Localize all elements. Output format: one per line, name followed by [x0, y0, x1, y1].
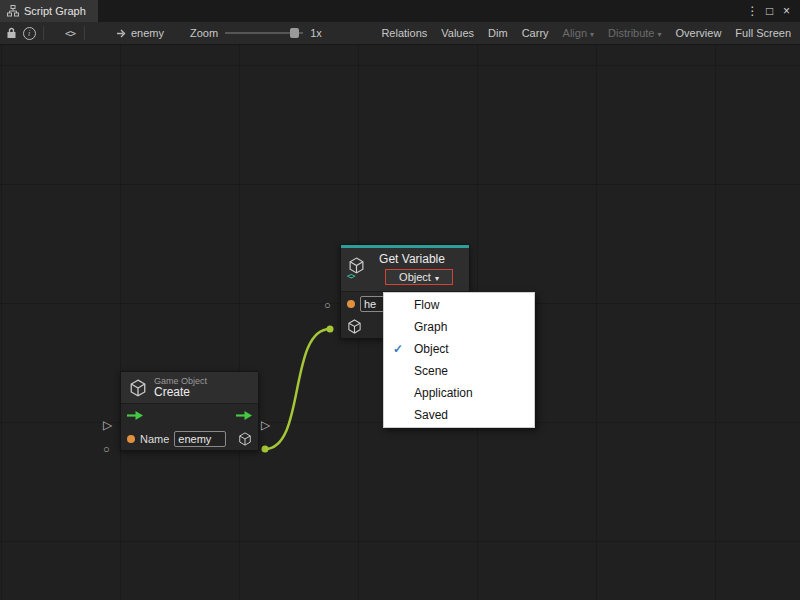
menu-item-graph[interactable]: Graph: [384, 316, 534, 338]
maximize-icon[interactable]: □: [761, 0, 778, 22]
tab-script-graph[interactable]: Script Graph: [0, 0, 98, 22]
menu-item-application[interactable]: Application: [384, 382, 534, 404]
gameobject-cube-icon: [347, 319, 362, 334]
flow-row: [121, 404, 258, 427]
name-row: Name: [121, 427, 258, 450]
flow-arrow-in-icon[interactable]: [127, 411, 143, 420]
menu-item-object[interactable]: ✓ Object: [384, 338, 534, 360]
menu-item-label: Graph: [414, 320, 447, 334]
value-input-port-icon[interactable]: ○: [103, 444, 110, 454]
name-label: Name: [140, 433, 169, 445]
info-button[interactable]: i: [20, 24, 38, 42]
menu-item-label: Object: [414, 342, 449, 356]
toolbar-button-fullscreen[interactable]: Full Screen: [728, 22, 798, 44]
get-variable-header: <> Get Variable Object ▾: [341, 248, 469, 292]
flow-input-port-icon[interactable]: ▷: [103, 420, 112, 430]
toolbar-button-carry[interactable]: Carry: [515, 22, 556, 44]
window-controls: ⋮ □ ×: [744, 0, 800, 22]
value-port-orange[interactable]: [347, 300, 355, 308]
toolbar-separator: [43, 26, 44, 40]
zoom-label: Zoom: [190, 27, 218, 39]
toolbar-button-overview[interactable]: Overview: [669, 22, 729, 44]
breadcrumb[interactable]: enemy: [116, 27, 164, 39]
toolbar-buttons: Relations Values Dim Carry Align ▾ Distr…: [374, 22, 798, 44]
create-node-header: Game Object Create: [121, 372, 258, 404]
zoom-value: 1x: [310, 27, 322, 39]
button-label: Values: [441, 27, 474, 39]
lock-icon: [6, 27, 17, 39]
menu-item-label: Scene: [414, 364, 448, 378]
variable-scope-dropdown[interactable]: Object ▾: [385, 269, 453, 285]
button-label: Dim: [488, 27, 508, 39]
button-label: Full Screen: [735, 27, 791, 39]
button-label: Carry: [522, 27, 549, 39]
menu-item-flow[interactable]: Flow: [384, 294, 534, 316]
toolbar-separator: [84, 26, 85, 40]
menu-item-label: Flow: [414, 298, 439, 312]
graph-toolbar: i <> enemy Zoom 1x Relations Values Dim …: [0, 22, 800, 45]
create-node[interactable]: Game Object Create Name: [120, 371, 259, 451]
variable-cube-icon: <>: [348, 257, 368, 279]
button-label: Align: [563, 27, 587, 39]
button-label: Relations: [381, 27, 427, 39]
gameobject-cube-icon: [129, 379, 147, 397]
edit-script-button[interactable]: <>: [61, 24, 79, 42]
code-icon: <>: [65, 28, 75, 39]
node-title: Create: [154, 386, 207, 399]
toolbar-button-relations[interactable]: Relations: [374, 22, 434, 44]
toolbar-button-values[interactable]: Values: [434, 22, 481, 44]
toolbar-button-dim[interactable]: Dim: [481, 22, 515, 44]
close-icon[interactable]: ×: [778, 0, 795, 22]
script-graph-icon: [7, 5, 19, 17]
button-label: Distribute: [608, 27, 654, 39]
value-port-orange[interactable]: [127, 435, 135, 443]
toolbar-button-align[interactable]: Align ▾: [556, 22, 601, 44]
button-label: Overview: [676, 27, 722, 39]
chevron-down-icon: ▾: [658, 30, 662, 39]
info-icon: i: [23, 27, 36, 40]
menu-item-scene[interactable]: Scene: [384, 360, 534, 382]
graph-breadcrumb-icon: [116, 28, 127, 39]
name-input[interactable]: [174, 431, 226, 447]
check-icon: ✓: [393, 342, 403, 356]
code-icon: <>: [347, 272, 355, 281]
menu-item-saved[interactable]: Saved: [384, 404, 534, 426]
tab-label: Script Graph: [24, 5, 86, 17]
zoom-slider[interactable]: [225, 32, 303, 34]
zoom-control: Zoom 1x: [190, 27, 322, 39]
gameobject-cube-icon: [238, 432, 252, 446]
create-node-titles: Game Object Create: [154, 376, 207, 399]
menu-item-label: Application: [414, 386, 473, 400]
zoom-slider-handle[interactable]: [290, 28, 299, 38]
variable-scope-menu: Flow Graph ✓ Object Scene Application Sa…: [383, 292, 535, 428]
input-port-circle-icon[interactable]: ○: [324, 300, 331, 310]
window-menu-icon[interactable]: ⋮: [744, 0, 761, 22]
toolbar-button-distribute[interactable]: Distribute ▾: [601, 22, 668, 44]
lock-button[interactable]: [2, 24, 20, 42]
scope-value: Object: [399, 271, 431, 283]
chevron-down-icon: ▾: [590, 30, 594, 39]
flow-arrow-out-icon[interactable]: [236, 411, 252, 420]
graph-canvas[interactable]: <> Get Variable Object ▾ ○: [0, 45, 800, 600]
menu-item-label: Saved: [414, 408, 448, 422]
titlebar: Script Graph ⋮ □ ×: [0, 0, 800, 22]
flow-output-port-icon[interactable]: ▷: [261, 420, 270, 430]
chevron-down-icon: ▾: [435, 274, 439, 283]
breadcrumb-label: enemy: [131, 27, 164, 39]
